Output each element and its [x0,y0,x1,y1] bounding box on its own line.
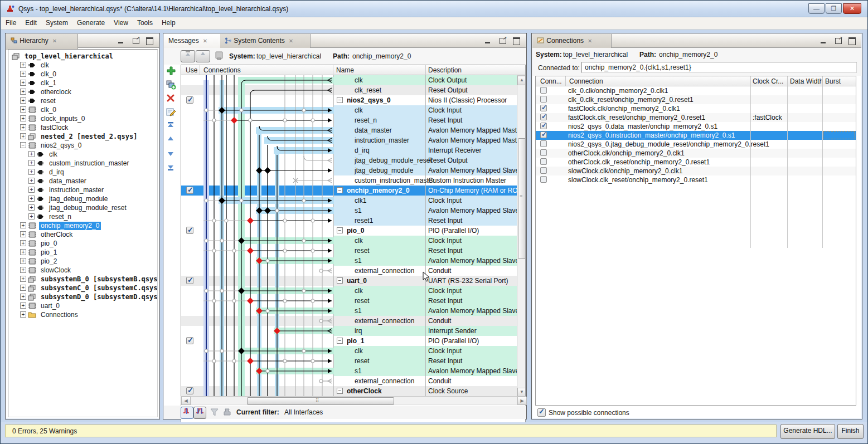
tree-item-d-irq[interactable]: +d_irq [8,168,158,177]
tree-expander-icon[interactable]: + [20,240,26,246]
tree-item-uart-0[interactable]: +uart_0 [8,301,158,310]
tree-item-nios2-qsys-0[interactable]: −nios2_qsys_0 [8,141,158,150]
connection-row[interactable]: slowClock.clk_reset/onchip_memory2_0.res… [536,175,856,184]
tree-expander-icon[interactable]: + [20,106,26,113]
contents-row[interactable]: external_connectionConduit [181,376,517,386]
contents-row[interactable]: resetReset Input [181,356,517,366]
contents-row[interactable]: reset_nReset Input [181,115,517,125]
connection-row[interactable]: clk_0.clk_reset/onchip_memory2_0.reset1 [536,95,856,104]
menu-file[interactable]: File [1,17,21,30]
tree-expander-icon[interactable]: + [20,302,26,309]
tree-item-clk[interactable]: +clk [8,61,158,70]
tab-close-icon[interactable]: ✕ [203,38,207,44]
contents-row[interactable]: data_masterAvalon Memory Mapped Master [181,125,517,135]
tree-expander-icon[interactable]: + [20,258,26,264]
menu-edit[interactable]: Edit [21,17,41,30]
use-checkbox[interactable]: ✓ [186,227,193,234]
move-top-button[interactable] [181,50,195,62]
toolbar-move-top-icon[interactable] [166,121,177,133]
finish-button[interactable]: Finish [837,424,864,439]
tree-expander-icon[interactable]: + [28,196,35,202]
toolbar-move-bottom-icon[interactable] [166,163,177,174]
tree-item-connections[interactable]: +Connections [8,310,158,319]
connection-checkbox[interactable] [540,87,547,94]
tree-item-reset-n[interactable]: +reset_n [8,212,158,221]
contents-row[interactable]: s1Avalon Memory Mapped Slave [181,366,517,376]
tree-expander-icon[interactable]: + [28,178,35,184]
contents-row[interactable]: external_connectionConduit [181,266,517,276]
toolbar-move-up-icon[interactable] [166,135,177,147]
tree-item-nested-2-nested-2-qsys-[interactable]: +nested_2 [nested_2.qsys] [8,132,158,141]
contents-row[interactable]: jtag_debug_moduleAvalon Memory Mapped Sl… [181,165,517,175]
connection-row[interactable]: otherClock.clk_reset/onchip_memory2_0.re… [536,158,856,167]
contents-row[interactable]: clkClock Input [181,105,517,115]
contents-row[interactable]: jtag_debug_module_resetReset Output [181,155,517,165]
tree-item-pio-1[interactable]: +pio_1 [8,248,158,257]
tree-expander-icon[interactable]: + [20,80,26,86]
tree-expander-icon[interactable]: + [20,97,26,104]
contents-row[interactable]: s1Avalon Memory Mapped Slave [181,206,517,216]
tree-expander-icon[interactable]: + [20,133,26,139]
tree-expander-icon[interactable]: + [28,151,35,157]
scroll-up-icon[interactable]: ▲ [517,76,526,85]
use-checkbox[interactable]: ✓ [186,96,193,104]
contents-row[interactable]: instruction_masterAvalon Memory Mapped M… [181,135,517,145]
connection-checkbox[interactable]: ✓ [540,114,547,120]
connection-checkbox[interactable] [540,96,547,103]
tree-expander-icon[interactable]: + [20,267,26,273]
tree-item-subsystemd-0-subsystemd-qsys-[interactable]: +subsystemD_0 [subsystemD.qsys] [8,292,158,301]
contents-row[interactable]: d_irqInterrupt Receiver [181,145,517,155]
tree-item-subsystemc-0-subsystemc-qsys-[interactable]: +subsystemC_0 [subsystemC.qsys] [8,284,158,292]
col-connection[interactable]: Connection [569,77,603,85]
contents-row[interactable]: clk_resetReset Output [181,85,517,95]
tree-expander-icon[interactable]: + [28,160,35,166]
tree-expander-icon[interactable]: + [20,115,26,121]
row-expander-icon[interactable]: − [337,97,343,103]
contents-row[interactable]: ✓−otherClockClock Source [181,386,517,396]
connection-checkbox[interactable] [540,149,547,156]
restore-button[interactable]: ❐ [826,3,842,14]
tree-expander-icon[interactable]: + [28,204,35,211]
menu-help[interactable]: Help [157,17,180,30]
tree-item-top-level-hierarchical[interactable]: top_level_hierarchical [8,52,158,61]
col-data-width[interactable]: Data Width [790,77,823,85]
contents-row[interactable]: ✓−nios2_qsys_0Nios II (Classic) Processo… [181,95,517,105]
tree-item-instruction-master[interactable]: +instruction_master [8,186,158,194]
connection-checkbox[interactable] [540,158,547,165]
tree-item-custom-instruction-master[interactable]: +custom_instruction_master [8,159,158,168]
menu-system[interactable]: System [41,17,72,30]
connection-checkbox[interactable]: ✓ [540,105,547,111]
connection-row[interactable]: ✓nios2_qsys_0.instruction_master/onchip_… [536,131,856,140]
use-checkbox[interactable]: ✓ [186,187,193,194]
connected-to-field[interactable]: onchip_memory2_0.{clk1,s1,reset1} [581,62,857,73]
connection-row[interactable]: ✓fastClock.clk_reset/onchip_memory2_0.re… [536,113,856,122]
col-use[interactable]: Use [186,66,197,74]
row-expander-icon[interactable]: − [337,338,343,344]
tree-item-jtag-debug-module-reset[interactable]: +jtag_debug_module_reset [8,203,158,212]
contents-row[interactable]: ✓−pio_1PIO (Parallel I/O) [181,336,517,346]
connection-row[interactable]: ✓nios2_qsys_0.data_master/onchip_memory2… [536,122,856,131]
toolbar-remove-icon[interactable] [166,94,177,105]
use-checkbox[interactable]: ✓ [186,337,193,344]
contents-hscrollbar[interactable]: ◀ ▶ ⠿ [181,396,526,404]
col-burst[interactable]: Burst [825,77,841,85]
clock-filter-button[interactable] [181,407,193,419]
contents-row[interactable]: clkClock Output [181,75,517,85]
connection-row[interactable]: slowClock.clk/onchip_memory2_0.clk1 [536,167,856,175]
col-description[interactable]: Description [428,66,462,74]
tree-expander-icon[interactable]: + [20,285,26,291]
contents-row[interactable]: s1Avalon Memory Mapped Slave [181,306,517,316]
row-expander-icon[interactable]: − [337,187,343,193]
contents-row[interactable]: clk1Clock Input [181,196,517,206]
tree-item-data-master[interactable]: +data_master [8,177,158,186]
vscroll-thumb[interactable]: ≡ [518,138,526,259]
tree-item-pio-0[interactable]: +pio_0 [8,239,158,248]
show-possible-checkbox[interactable]: ✓ [537,408,546,417]
tree-item-clk-0[interactable]: +clk_0 [8,70,158,79]
tree-item-clk[interactable]: +clk [8,150,158,159]
tree-expander-icon[interactable]: − [20,142,26,148]
connection-checkbox[interactable] [540,167,547,174]
contents-row[interactable]: external_connectionConduit [181,316,517,326]
contents-row[interactable]: custom_instruction_masterCustom Instruct… [181,175,517,186]
tree-item-otherclock[interactable]: +otherclock [8,87,158,96]
